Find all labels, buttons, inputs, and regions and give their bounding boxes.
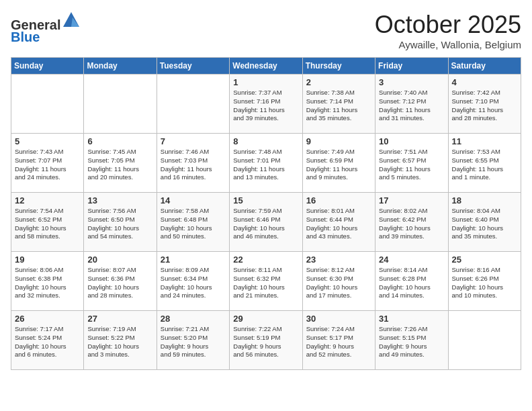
day-info: Sunrise: 7:54 AM Sunset: 6:52 PM Dayligh…	[15, 207, 80, 241]
day-info: Sunrise: 7:58 AM Sunset: 6:48 PM Dayligh…	[161, 207, 226, 241]
calendar-cell: 9Sunrise: 7:49 AM Sunset: 6:59 PM Daylig…	[302, 134, 375, 193]
calendar-cell: 24Sunrise: 8:14 AM Sunset: 6:28 PM Dayli…	[375, 252, 448, 311]
day-info: Sunrise: 8:16 AM Sunset: 6:26 PM Dayligh…	[452, 266, 517, 300]
day-number: 13	[87, 195, 152, 205]
calendar-table: SundayMondayTuesdayWednesdayThursdayFrid…	[11, 57, 521, 370]
calendar-cell: 17Sunrise: 8:02 AM Sunset: 6:42 PM Dayli…	[375, 193, 448, 252]
day-info: Sunrise: 7:19 AM Sunset: 5:22 PM Dayligh…	[87, 325, 152, 359]
calendar-cell: 13Sunrise: 7:56 AM Sunset: 6:50 PM Dayli…	[84, 193, 157, 252]
day-info: Sunrise: 7:26 AM Sunset: 5:15 PM Dayligh…	[379, 325, 444, 359]
calendar-cell: 3Sunrise: 7:40 AM Sunset: 7:12 PM Daylig…	[375, 75, 448, 134]
calendar-cell: 18Sunrise: 8:04 AM Sunset: 6:40 PM Dayli…	[448, 193, 521, 252]
calendar-cell: 1Sunrise: 7:37 AM Sunset: 7:16 PM Daylig…	[230, 75, 302, 134]
day-info: Sunrise: 7:17 AM Sunset: 5:24 PM Dayligh…	[15, 325, 80, 359]
day-number: 3	[379, 77, 444, 87]
day-info: Sunrise: 7:56 AM Sunset: 6:50 PM Dayligh…	[87, 207, 152, 241]
day-number: 26	[15, 314, 80, 324]
calendar-cell: 14Sunrise: 7:58 AM Sunset: 6:48 PM Dayli…	[157, 193, 229, 252]
calendar-cell: 4Sunrise: 7:42 AM Sunset: 7:10 PM Daylig…	[448, 75, 521, 134]
calendar-cell: 5Sunrise: 7:43 AM Sunset: 7:07 PM Daylig…	[11, 134, 84, 193]
day-number: 16	[306, 195, 371, 205]
location-subtitle: Aywaille, Wallonia, Belgium	[375, 39, 521, 50]
calendar-cell: 19Sunrise: 8:06 AM Sunset: 6:38 PM Dayli…	[11, 252, 84, 311]
col-header-saturday: Saturday	[448, 58, 521, 75]
calendar-week-row: 1Sunrise: 7:37 AM Sunset: 7:16 PM Daylig…	[11, 75, 521, 134]
day-number: 18	[452, 195, 517, 205]
day-number: 6	[87, 136, 152, 146]
calendar-cell	[448, 311, 521, 370]
day-info: Sunrise: 7:22 AM Sunset: 5:19 PM Dayligh…	[233, 325, 298, 359]
day-number: 20	[87, 255, 152, 265]
day-number: 21	[161, 255, 226, 265]
col-header-monday: Monday	[84, 58, 157, 75]
day-info: Sunrise: 7:40 AM Sunset: 7:12 PM Dayligh…	[379, 89, 444, 123]
calendar-cell: 25Sunrise: 8:16 AM Sunset: 6:26 PM Dayli…	[448, 252, 521, 311]
day-info: Sunrise: 7:43 AM Sunset: 7:07 PM Dayligh…	[15, 148, 80, 182]
calendar-cell: 26Sunrise: 7:17 AM Sunset: 5:24 PM Dayli…	[11, 311, 84, 370]
day-info: Sunrise: 8:06 AM Sunset: 6:38 PM Dayligh…	[15, 266, 80, 300]
calendar-header-row: SundayMondayTuesdayWednesdayThursdayFrid…	[11, 58, 521, 75]
day-info: Sunrise: 7:37 AM Sunset: 7:16 PM Dayligh…	[233, 89, 298, 123]
day-number: 19	[15, 255, 80, 265]
day-info: Sunrise: 8:09 AM Sunset: 6:34 PM Dayligh…	[161, 266, 226, 300]
calendar-week-row: 12Sunrise: 7:54 AM Sunset: 6:52 PM Dayli…	[11, 193, 521, 252]
col-header-thursday: Thursday	[302, 58, 375, 75]
calendar-cell: 22Sunrise: 8:11 AM Sunset: 6:32 PM Dayli…	[230, 252, 302, 311]
calendar-cell: 27Sunrise: 7:19 AM Sunset: 5:22 PM Dayli…	[84, 311, 157, 370]
day-number: 24	[379, 255, 444, 265]
logo-icon	[62, 11, 81, 30]
logo-blue-text: Blue	[11, 30, 40, 44]
day-number: 25	[452, 255, 517, 265]
svg-marker-1	[71, 17, 79, 27]
day-number: 10	[379, 136, 444, 146]
calendar-cell	[84, 75, 157, 134]
logo: General Blue	[11, 11, 81, 44]
day-number: 7	[161, 136, 226, 146]
day-info: Sunrise: 8:12 AM Sunset: 6:30 PM Dayligh…	[306, 266, 371, 300]
day-info: Sunrise: 7:51 AM Sunset: 6:57 PM Dayligh…	[379, 148, 444, 182]
col-header-friday: Friday	[375, 58, 448, 75]
day-number: 23	[306, 255, 371, 265]
day-number: 11	[452, 136, 517, 146]
day-number: 12	[15, 195, 80, 205]
calendar-cell: 10Sunrise: 7:51 AM Sunset: 6:57 PM Dayli…	[375, 134, 448, 193]
calendar-cell: 2Sunrise: 7:38 AM Sunset: 7:14 PM Daylig…	[302, 75, 375, 134]
day-info: Sunrise: 8:02 AM Sunset: 6:42 PM Dayligh…	[379, 207, 444, 241]
col-header-sunday: Sunday	[11, 58, 84, 75]
calendar-cell: 23Sunrise: 8:12 AM Sunset: 6:30 PM Dayli…	[302, 252, 375, 311]
day-number: 5	[15, 136, 80, 146]
day-number: 22	[233, 255, 298, 265]
day-number: 2	[306, 77, 371, 87]
calendar-cell: 15Sunrise: 7:59 AM Sunset: 6:46 PM Dayli…	[230, 193, 302, 252]
day-number: 9	[306, 136, 371, 146]
day-info: Sunrise: 8:04 AM Sunset: 6:40 PM Dayligh…	[452, 207, 517, 241]
day-info: Sunrise: 7:53 AM Sunset: 6:55 PM Dayligh…	[452, 148, 517, 182]
day-info: Sunrise: 7:38 AM Sunset: 7:14 PM Dayligh…	[306, 89, 371, 123]
day-number: 4	[452, 77, 517, 87]
day-info: Sunrise: 7:48 AM Sunset: 7:01 PM Dayligh…	[233, 148, 298, 182]
day-info: Sunrise: 8:01 AM Sunset: 6:44 PM Dayligh…	[306, 207, 371, 241]
calendar-cell: 20Sunrise: 8:07 AM Sunset: 6:36 PM Dayli…	[84, 252, 157, 311]
calendar-cell: 29Sunrise: 7:22 AM Sunset: 5:19 PM Dayli…	[230, 311, 302, 370]
calendar-cell: 30Sunrise: 7:24 AM Sunset: 5:17 PM Dayli…	[302, 311, 375, 370]
day-info: Sunrise: 7:24 AM Sunset: 5:17 PM Dayligh…	[306, 325, 371, 359]
day-number: 17	[379, 195, 444, 205]
day-number: 30	[306, 314, 371, 324]
col-header-wednesday: Wednesday	[230, 58, 302, 75]
day-info: Sunrise: 8:14 AM Sunset: 6:28 PM Dayligh…	[379, 266, 444, 300]
day-info: Sunrise: 7:49 AM Sunset: 6:59 PM Dayligh…	[306, 148, 371, 182]
day-info: Sunrise: 7:42 AM Sunset: 7:10 PM Dayligh…	[452, 89, 517, 123]
title-block: October 2025 Aywaille, Wallonia, Belgium	[375, 11, 521, 50]
calendar-cell: 31Sunrise: 7:26 AM Sunset: 5:15 PM Dayli…	[375, 311, 448, 370]
calendar-cell	[157, 75, 229, 134]
calendar-cell: 11Sunrise: 7:53 AM Sunset: 6:55 PM Dayli…	[448, 134, 521, 193]
calendar-cell: 12Sunrise: 7:54 AM Sunset: 6:52 PM Dayli…	[11, 193, 84, 252]
calendar-week-row: 19Sunrise: 8:06 AM Sunset: 6:38 PM Dayli…	[11, 252, 521, 311]
calendar-cell: 21Sunrise: 8:09 AM Sunset: 6:34 PM Dayli…	[157, 252, 229, 311]
calendar-week-row: 5Sunrise: 7:43 AM Sunset: 7:07 PM Daylig…	[11, 134, 521, 193]
col-header-tuesday: Tuesday	[157, 58, 229, 75]
day-info: Sunrise: 7:45 AM Sunset: 7:05 PM Dayligh…	[87, 148, 152, 182]
day-info: Sunrise: 7:59 AM Sunset: 6:46 PM Dayligh…	[233, 207, 298, 241]
calendar-week-row: 26Sunrise: 7:17 AM Sunset: 5:24 PM Dayli…	[11, 311, 521, 370]
day-info: Sunrise: 8:07 AM Sunset: 6:36 PM Dayligh…	[87, 266, 152, 300]
